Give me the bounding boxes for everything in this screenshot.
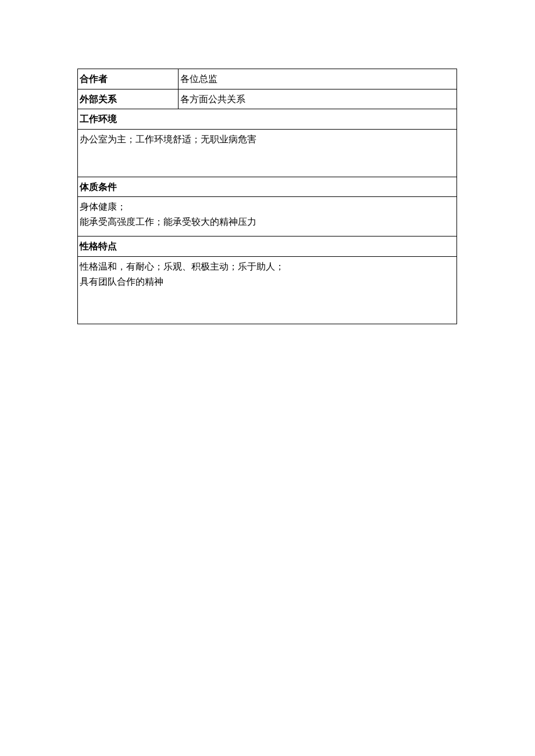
row-work-environment-content: 办公室为主；工作环境舒适；无职业病危害	[78, 129, 457, 177]
content-personality: 性格温和，有耐心；乐观、积极主动；乐于助人；具有团队合作的精神	[78, 256, 457, 324]
value-external-relations: 各方面公共关系	[179, 89, 457, 109]
label-external-relations: 外部关系	[78, 89, 179, 109]
row-physical-conditions-content: 身体健康；能承受高强度工作；能承受较大的精神压力	[78, 197, 457, 237]
row-personality-header: 性格特点	[78, 237, 457, 257]
row-external-relations: 外部关系 各方面公共关系	[78, 89, 457, 109]
header-personality: 性格特点	[78, 237, 457, 257]
document-table: 合作者 各位总监 外部关系 各方面公共关系 工作环境 办公室为主；工作环境舒适；…	[77, 69, 457, 324]
row-collaborator: 合作者 各位总监	[78, 69, 457, 89]
content-work-environment: 办公室为主；工作环境舒适；无职业病危害	[78, 129, 457, 177]
label-collaborator: 合作者	[78, 69, 179, 89]
row-personality-content: 性格温和，有耐心；乐观、积极主动；乐于助人；具有团队合作的精神	[78, 256, 457, 324]
row-physical-conditions-header: 体质条件	[78, 177, 457, 197]
header-work-environment: 工作环境	[78, 109, 457, 130]
row-work-environment-header: 工作环境	[78, 109, 457, 130]
content-physical-conditions: 身体健康；能承受高强度工作；能承受较大的精神压力	[78, 197, 457, 237]
value-collaborator: 各位总监	[179, 69, 457, 89]
header-physical-conditions: 体质条件	[78, 177, 457, 197]
